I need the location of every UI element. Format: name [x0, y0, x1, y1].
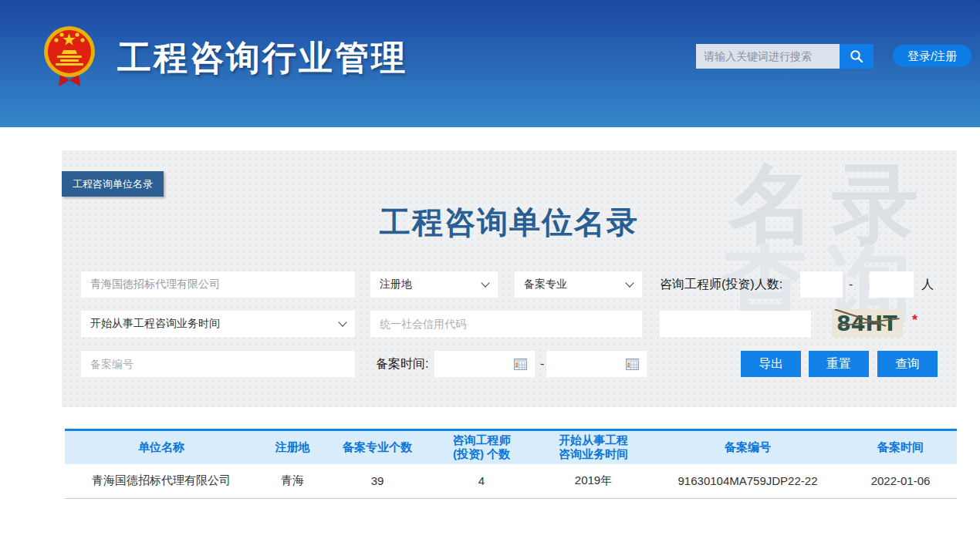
query-panel: 名录 查询 工程咨询单位名录 工程咨询单位名录 注册地 备案专业 咨询工程师(投…	[62, 150, 957, 407]
required-mark: *	[912, 312, 917, 328]
date-separator: -	[540, 351, 544, 377]
chevron-down-icon	[338, 318, 346, 326]
specialty-select[interactable]: 备案专业	[515, 271, 642, 298]
export-button[interactable]: 导出	[741, 351, 801, 377]
header-search	[696, 44, 874, 69]
company-name-input[interactable]	[81, 271, 355, 298]
captcha-input[interactable]	[660, 311, 811, 337]
search-input[interactable]	[696, 44, 840, 69]
chevron-down-icon	[481, 278, 489, 287]
record-number-input[interactable]	[81, 351, 355, 377]
query-button[interactable]: 查询	[877, 351, 938, 377]
site-header: 工程咨询行业管理 登录/注册	[0, 0, 980, 127]
col-header-record-number: 备案编号	[651, 430, 844, 464]
specialty-select-value: 备案专业	[524, 278, 567, 291]
table-header-row: 单位名称 注册地 备案专业个数 咨询工程师 (投资) 个数 开始从事工程 咨询业…	[65, 430, 957, 464]
captcha-text: 84HT	[836, 311, 897, 335]
cell-start-time: 2019年	[536, 464, 651, 499]
engineer-count-label: 咨询工程师(投资)人数:	[660, 271, 782, 298]
region-select-value: 注册地	[380, 278, 412, 291]
cell-unit-name: 青海国德招标代理有限公司	[65, 464, 258, 499]
search-button[interactable]	[840, 44, 874, 69]
page-title: 工程咨询单位名录	[62, 201, 957, 244]
record-time-label: 备案时间:	[376, 351, 428, 377]
reset-button[interactable]: 重置	[809, 351, 869, 377]
record-time-end-input[interactable]	[546, 351, 647, 377]
cell-engineer-count: 4	[427, 464, 536, 499]
range-separator: -	[849, 271, 853, 298]
engineer-count-max-input[interactable]	[870, 271, 914, 298]
engineer-count-min-input[interactable]	[800, 271, 843, 298]
cell-record-time: 2022-01-06	[844, 464, 957, 499]
record-time-start-input[interactable]	[434, 351, 535, 377]
col-header-unit-name: 单位名称	[65, 430, 258, 464]
region-select[interactable]: 注册地	[370, 271, 498, 298]
cell-region: 青海	[258, 464, 327, 499]
calendar-icon[interactable]	[514, 358, 527, 370]
person-unit-label: 人	[921, 271, 934, 298]
col-header-engineer-count: 咨询工程师 (投资) 个数	[427, 430, 536, 464]
chevron-down-icon	[625, 278, 634, 287]
col-header-region: 注册地	[258, 430, 327, 464]
national-emblem-icon	[43, 23, 96, 88]
start-time-select-value: 开始从事工程咨询业务时间	[90, 317, 220, 331]
calendar-icon[interactable]	[626, 358, 639, 370]
col-header-start-time: 开始从事工程 咨询业务时间	[536, 430, 651, 464]
login-register-button[interactable]: 登录/注册	[893, 45, 972, 67]
credit-code-input[interactable]	[370, 311, 642, 337]
table-row[interactable]: 青海国德招标代理有限公司 青海 39 4 2019年 91630104MA759…	[65, 464, 957, 499]
page: 工程咨询行业管理 登录/注册 名录 查询 工程咨询单位名录 工程咨询单位名录 注…	[0, 0, 980, 559]
tab-unit-directory[interactable]: 工程咨询单位名录	[62, 171, 164, 197]
cell-specialty-count: 39	[327, 464, 427, 499]
col-header-record-time: 备案时间	[844, 430, 957, 464]
site-title: 工程咨询行业管理	[117, 35, 407, 81]
captcha-image[interactable]: 84HT	[832, 309, 903, 338]
search-icon	[849, 49, 864, 64]
results-table: 单位名称 注册地 备案专业个数 咨询工程师 (投资) 个数 开始从事工程 咨询业…	[65, 429, 957, 499]
col-header-specialty-count: 备案专业个数	[327, 430, 427, 464]
cell-record-number: 91630104MA759JDP22-22	[651, 464, 844, 499]
start-time-select[interactable]: 开始从事工程咨询业务时间	[81, 311, 355, 337]
